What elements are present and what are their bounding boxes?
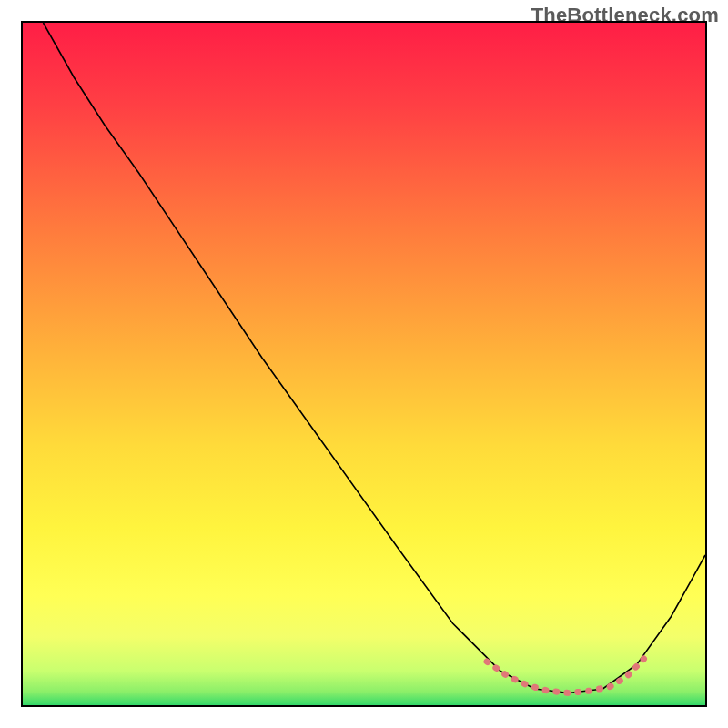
plot-area <box>21 21 707 707</box>
chart-frame: TheBottleneck.com <box>0 0 728 728</box>
chart-svg <box>23 23 705 705</box>
gradient-rect <box>23 23 705 705</box>
